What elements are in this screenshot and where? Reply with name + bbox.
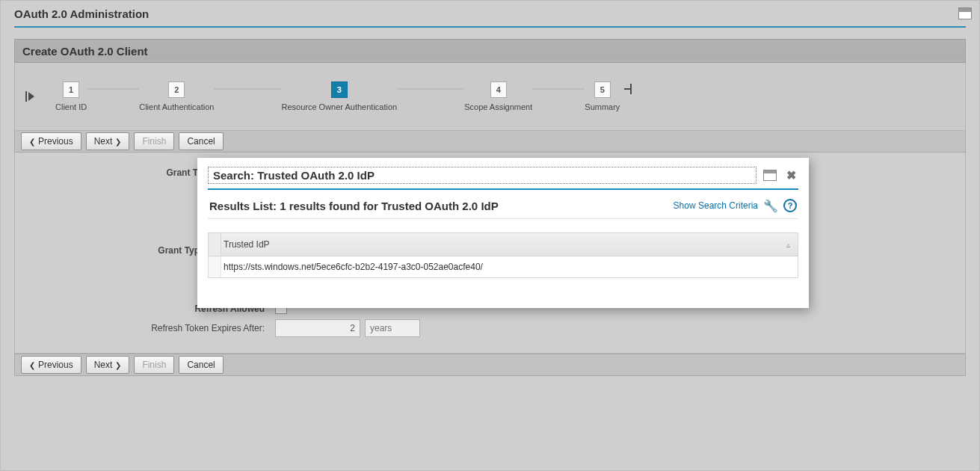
popup-underline [208,188,798,190]
next-button[interactable]: Next ❯ [86,132,130,150]
search-popup: Search: Trusted OAuth 2.0 IdP ✖ Results … [197,158,809,308]
roadmap-step-4[interactable]: 4 Scope Assignment [464,81,532,111]
roadmap-end-icon [624,84,632,94]
chevron-right-icon: ❯ [115,138,121,146]
roadmap-step-1-number: 1 [63,81,79,98]
roadmap-step-5-label: Summary [585,102,620,111]
roadmap-step-1[interactable]: 1 Client ID [55,81,87,111]
cancel-button-bottom[interactable]: Cancel [179,356,223,374]
finish-button-bottom-label: Finish [142,360,166,370]
admin-header: OAuth 2.0 Administration [1,1,979,26]
roadmap-start-icon [28,92,34,101]
previous-button-bottom[interactable]: ❮ Previous [21,356,81,374]
results-header: Results List: 1 results found for Truste… [208,199,798,219]
chevron-right-icon: ❯ [115,361,121,369]
roadmap-step-4-number: 4 [490,81,507,98]
roadmap-connector [532,88,585,90]
chevron-left-icon: ❮ [29,361,35,369]
roadmap-step-1-label: Client ID [55,102,87,111]
wrench-icon[interactable]: 🔧 [764,199,777,212]
roadmap-step-3[interactable]: 3 Resource Owner Authentication [281,81,397,111]
row-handle [209,256,221,277]
cancel-button[interactable]: Cancel [179,132,223,150]
app-root: OAuth 2.0 Administration Create OAuth 2.… [0,0,980,471]
popup-window-icon[interactable] [762,168,777,183]
wizard-title-bar: Create OAuth 2.0 Client [14,39,966,63]
roadmap-start-bar [25,91,27,102]
roadmap-connector [214,88,281,90]
row-handle-header [209,233,221,256]
wizard-roadmap: 1 Client ID 2 Client Authentication 3 Re… [14,63,966,131]
trusted-idp-cell: https://sts.windows.net/5ece6cfc-b2b2-41… [224,262,483,272]
previous-button-label: Previous [38,136,73,147]
wizard-nav-top: ❮ Previous Next ❯ Finish Cancel [14,131,966,153]
roadmap-step-4-label: Scope Assignment [464,102,532,111]
chevron-left-icon: ❮ [29,138,35,146]
roadmap-step-2-label: Client Authentication [139,102,214,111]
results-header-row[interactable]: Trusted IdP ▵ [209,233,798,256]
refresh-expires-unit-value: years [370,323,392,333]
popup-titlebar: Search: Trusted OAuth 2.0 IdP ✖ [208,167,798,184]
header-underline [14,26,966,28]
help-icon[interactable]: ? [783,199,797,212]
roadmap-step-2-number: 2 [168,81,185,98]
next-button-label: Next [94,136,113,147]
roadmap-step-5[interactable]: 5 Summary [585,81,620,111]
roadmap-connector [87,88,139,90]
roadmap-connector [397,88,464,90]
refresh-expires-value-field[interactable] [275,319,360,337]
show-search-criteria-link[interactable]: Show Search Criteria [674,200,758,211]
window-maximize-icon[interactable] [958,7,972,19]
finish-button-label: Finish [142,136,166,147]
admin-title: OAuth 2.0 Administration [14,7,149,20]
wizard-title: Create OAuth 2.0 Client [22,45,148,58]
finish-button-bottom: Finish [134,356,174,374]
previous-button[interactable]: ❮ Previous [21,132,81,150]
results-table: Trusted IdP ▵ https://sts.windows.net/5e… [208,233,798,278]
cancel-button-label: Cancel [187,136,215,147]
roadmap-step-2[interactable]: 2 Client Authentication [139,81,214,111]
popup-title-prefix: Search: [213,169,254,182]
popup-title-subject: Trusted OAuth 2.0 IdP [257,169,375,182]
refresh-expires-label: Refresh Token Expires After: [33,323,265,333]
results-title: Results List: 1 results found for Truste… [209,200,499,212]
sort-icon[interactable]: ▵ [786,241,790,249]
roadmap-step-3-number: 3 [331,81,348,98]
next-button-bottom[interactable]: Next ❯ [86,356,130,374]
roadmap-step-3-label: Resource Owner Authentication [281,102,397,111]
table-row[interactable]: https://sts.windows.net/5ece6cfc-b2b2-41… [209,256,798,277]
next-button-bottom-label: Next [94,360,113,370]
wizard-nav-bottom: ❮ Previous Next ❯ Finish Cancel [14,354,966,376]
roadmap-step-5-number: 5 [594,81,611,98]
column-header-trusted-idp: Trusted IdP [224,239,270,250]
finish-button: Finish [134,132,174,150]
popup-title: Search: Trusted OAuth 2.0 IdP [208,167,756,184]
cancel-button-bottom-label: Cancel [187,360,215,370]
close-icon[interactable]: ✖ [783,168,798,183]
previous-button-bottom-label: Previous [38,360,73,370]
refresh-expires-unit-select[interactable]: years [365,319,420,337]
